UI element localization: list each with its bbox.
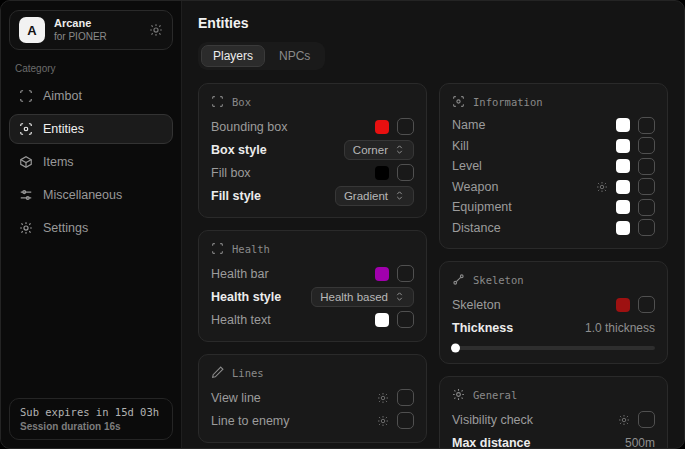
information-panel-header: Information xyxy=(452,95,655,108)
main-content: Entities Players NPCs Box Bounding box xyxy=(182,1,684,448)
sidebar-item-entities[interactable]: Entities xyxy=(9,114,173,144)
view-line-row: View line xyxy=(211,386,414,409)
line-to-enemy-checkbox[interactable] xyxy=(397,412,414,429)
health-text-row: Health text xyxy=(211,308,414,331)
gear-icon[interactable] xyxy=(377,415,389,427)
fill-box-checkbox[interactable] xyxy=(397,164,414,181)
weapon-checkbox[interactable] xyxy=(638,178,655,195)
sidebar-item-label: Miscellaneous xyxy=(43,188,122,202)
app-logo: A xyxy=(19,17,45,43)
scan-face-icon xyxy=(452,95,465,108)
health-panel-header: Health xyxy=(211,242,414,255)
health-panel: Health Health bar Health style H xyxy=(198,230,427,342)
row-label: Equipment xyxy=(452,200,512,214)
scan-brackets-icon xyxy=(211,242,224,255)
sidebar-item-label: Entities xyxy=(43,122,84,136)
color-swatch[interactable] xyxy=(616,298,630,312)
tab-players[interactable]: Players xyxy=(201,45,265,67)
crosshair-scan-icon xyxy=(19,89,33,103)
gear-icon[interactable] xyxy=(149,23,163,37)
color-swatch[interactable] xyxy=(616,221,630,235)
chevrons-up-down-icon xyxy=(394,291,405,302)
selected-value: Health based xyxy=(320,291,388,303)
row-label: View line xyxy=(211,391,261,405)
name-checkbox[interactable] xyxy=(638,117,655,134)
sidebar-item-label: Aimbot xyxy=(43,89,82,103)
color-swatch[interactable] xyxy=(616,159,630,173)
app-name: Arcane xyxy=(54,17,107,31)
sidebar-item-miscellaneous[interactable]: Miscellaneous xyxy=(9,180,173,210)
skeleton-panel-header: Skeleton xyxy=(452,273,655,286)
color-swatch[interactable] xyxy=(616,180,630,194)
color-swatch[interactable] xyxy=(616,139,630,153)
level-row: Level xyxy=(452,156,655,177)
selected-value: Corner xyxy=(353,144,388,156)
level-checkbox[interactable] xyxy=(638,158,655,175)
box-style-row: Box style Corner xyxy=(211,138,414,161)
subscription-info-card: Sub expires in 15d 03h Session duration … xyxy=(9,398,173,440)
sidebar-item-aimbot[interactable]: Aimbot xyxy=(9,81,173,111)
app-title-block: Arcane for PIONER xyxy=(54,17,107,43)
distance-checkbox[interactable] xyxy=(638,219,655,236)
row-label: Bounding box xyxy=(211,120,287,134)
row-label: Fill style xyxy=(211,189,261,203)
health-style-row: Health style Health based xyxy=(211,285,414,308)
view-line-checkbox[interactable] xyxy=(397,389,414,406)
package-icon xyxy=(19,155,33,169)
gear-icon[interactable] xyxy=(596,181,608,193)
app-window: A Arcane for PIONER Category Aimbot Enti… xyxy=(0,0,685,449)
weapon-row: Weapon xyxy=(452,177,655,198)
slider-thumb[interactable] xyxy=(451,344,460,353)
row-label: Skeleton xyxy=(452,298,501,312)
row-label: Level xyxy=(452,159,482,173)
lines-panel-header: Lines xyxy=(211,366,414,379)
row-label: Fill box xyxy=(211,166,251,180)
panel-columns: Box Bounding box Box style Corne xyxy=(198,83,668,448)
page-title: Entities xyxy=(198,15,668,31)
session-duration-text: Session duration 16s xyxy=(20,421,162,432)
box-panel: Box Bounding box Box style Corne xyxy=(198,83,427,218)
row-label: Max distance xyxy=(452,436,531,449)
thickness-row: Thickness 1.0 thickness xyxy=(452,316,655,339)
gear-icon[interactable] xyxy=(618,414,630,426)
gear-icon[interactable] xyxy=(377,392,389,404)
row-label: Distance xyxy=(452,221,501,235)
app-header-card: A Arcane for PIONER xyxy=(9,10,173,50)
visibility-check-row: Visibility check xyxy=(452,408,655,431)
thickness-slider[interactable] xyxy=(452,346,655,350)
health-style-select[interactable]: Health based xyxy=(311,287,414,307)
chevrons-up-down-icon xyxy=(394,144,405,155)
lines-panel: Lines View line Line to enemy xyxy=(198,354,427,443)
left-column: Box Bounding box Box style Corne xyxy=(198,83,427,443)
general-panel-header: General xyxy=(452,388,655,401)
sliders-icon xyxy=(19,188,33,202)
color-swatch[interactable] xyxy=(375,166,389,180)
health-bar-checkbox[interactable] xyxy=(397,265,414,282)
fill-style-row: Fill style Gradient xyxy=(211,184,414,207)
sidebar: A Arcane for PIONER Category Aimbot Enti… xyxy=(1,1,182,448)
equipment-checkbox[interactable] xyxy=(638,199,655,216)
kill-row: Kill xyxy=(452,136,655,157)
health-text-checkbox[interactable] xyxy=(397,311,414,328)
box-style-select[interactable]: Corner xyxy=(344,140,414,160)
color-swatch[interactable] xyxy=(375,120,389,134)
bounding-box-checkbox[interactable] xyxy=(397,118,414,135)
sidebar-item-settings[interactable]: Settings xyxy=(9,213,173,243)
entity-type-tabs: Players NPCs xyxy=(198,42,325,70)
sidebar-item-items[interactable]: Items xyxy=(9,147,173,177)
color-swatch[interactable] xyxy=(375,267,389,281)
gear-icon xyxy=(19,221,33,235)
line-to-enemy-row: Line to enemy xyxy=(211,409,414,432)
fill-style-select[interactable]: Gradient xyxy=(335,186,414,206)
color-swatch[interactable] xyxy=(375,313,389,327)
name-row: Name xyxy=(452,115,655,136)
kill-checkbox[interactable] xyxy=(638,137,655,154)
color-swatch[interactable] xyxy=(616,200,630,214)
tab-npcs[interactable]: NPCs xyxy=(267,45,322,67)
visibility-check-checkbox[interactable] xyxy=(638,411,655,428)
thickness-value: 1.0 thickness xyxy=(585,321,655,335)
skeleton-checkbox[interactable] xyxy=(638,296,655,313)
color-swatch[interactable] xyxy=(616,118,630,132)
pencil-line-icon xyxy=(211,366,224,379)
bounding-box-row: Bounding box xyxy=(211,115,414,138)
